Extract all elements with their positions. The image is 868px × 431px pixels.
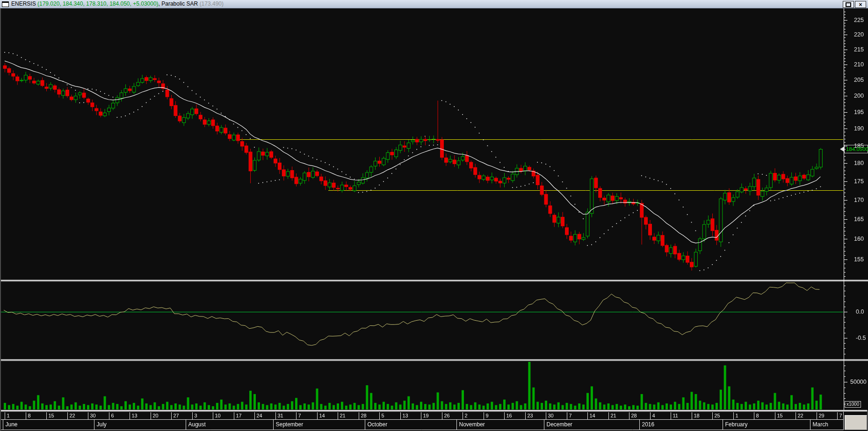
chart-window: ENERSIS (179.020, 184.340, 178.310, 184.… — [0, 0, 868, 431]
price-axis[interactable] — [844, 8, 868, 409]
ohlc-values: (179.020, 184.340, 178.310, 184.050, +5.… — [37, 0, 159, 8]
oscillator-panel[interactable] — [0, 282, 843, 359]
restore-button[interactable] — [843, 1, 854, 8]
title-separator: , — [159, 0, 162, 8]
close-icon: × — [859, 2, 862, 7]
date-axis[interactable] — [0, 410, 843, 431]
volume-multiplier-label — [845, 401, 861, 408]
indicator-title: Parabolic SAR — [161, 0, 199, 8]
titlebar[interactable]: ENERSIS (179.020, 184.340, 178.310, 184.… — [0, 0, 868, 8]
window-icon — [2, 1, 9, 7]
close-button[interactable]: × — [855, 1, 866, 8]
price-panel[interactable] — [0, 8, 843, 280]
symbol-title: ENERSIS — [11, 0, 37, 8]
resize-corner[interactable] — [845, 415, 867, 430]
indicator-value: (173.490) — [200, 0, 224, 8]
volume-panel[interactable] — [0, 361, 843, 410]
last-price-badge — [845, 145, 868, 153]
restore-icon — [846, 2, 851, 7]
